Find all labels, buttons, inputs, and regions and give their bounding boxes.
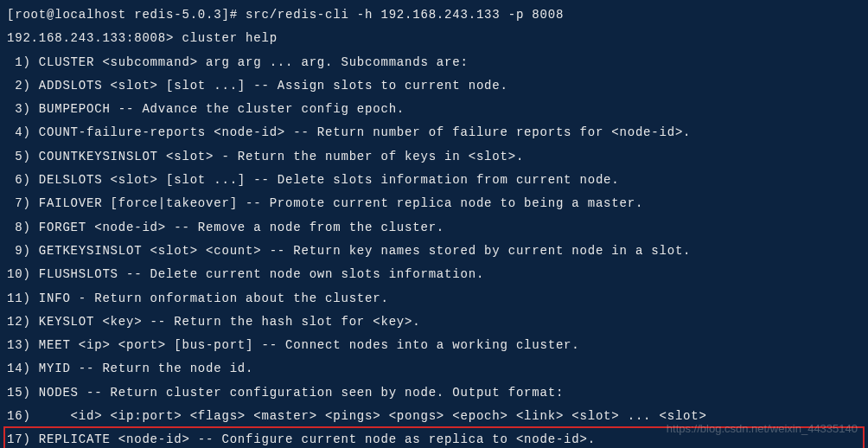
help-line-13: 13) MEET <ip> <port> [bus-port] -- Conne… — [7, 334, 861, 357]
help-line-15: 15) NODES -- Return cluster configuratio… — [7, 381, 861, 405]
redis-cli-prompt: 192.168.243.133:8008> cluster help — [7, 27, 861, 50]
help-line-1: 1) CLUSTER <subcommand> arg arg ... arg.… — [7, 51, 861, 74]
help-line-4: 4) COUNT-failure-reports <node-id> -- Re… — [7, 121, 861, 144]
help-line-3: 3) BUMPEPOCH -- Advance the cluster conf… — [7, 98, 861, 121]
help-line-14: 14) MYID -- Return the node id. — [7, 357, 861, 381]
help-line-9: 9) GETKEYSINSLOT <slot> <count> -- Retur… — [7, 240, 861, 263]
help-line-2: 2) ADDSLOTS <slot> [slot ...] -- Assign … — [7, 74, 861, 98]
help-line-8: 8) FORGET <node-id> -- Remove a node fro… — [7, 216, 861, 240]
help-line-6: 6) DELSLOTS <slot> [slot ...] -- Delete … — [7, 169, 861, 192]
help-line-12: 12) KEYSLOT <key> -- Return the hash slo… — [7, 310, 861, 334]
watermark-text: https://blog.csdn.net/weixin_44335140 — [667, 418, 858, 439]
terminal-output: [root@localhost redis-5.0.3]# src/redis-… — [7, 3, 861, 448]
shell-prompt: [root@localhost redis-5.0.3]# src/redis-… — [7, 3, 861, 27]
help-line-10: 10) FLUSHSLOTS -- Delete current node ow… — [7, 263, 861, 286]
help-line-7: 7) FAILOVER [force|takeover] -- Promote … — [7, 192, 861, 215]
help-line-11: 11) INFO - Return onformation about the … — [7, 287, 861, 310]
help-line-5: 5) COUNTKEYSINSLOT <slot> - Return the n… — [7, 145, 861, 169]
